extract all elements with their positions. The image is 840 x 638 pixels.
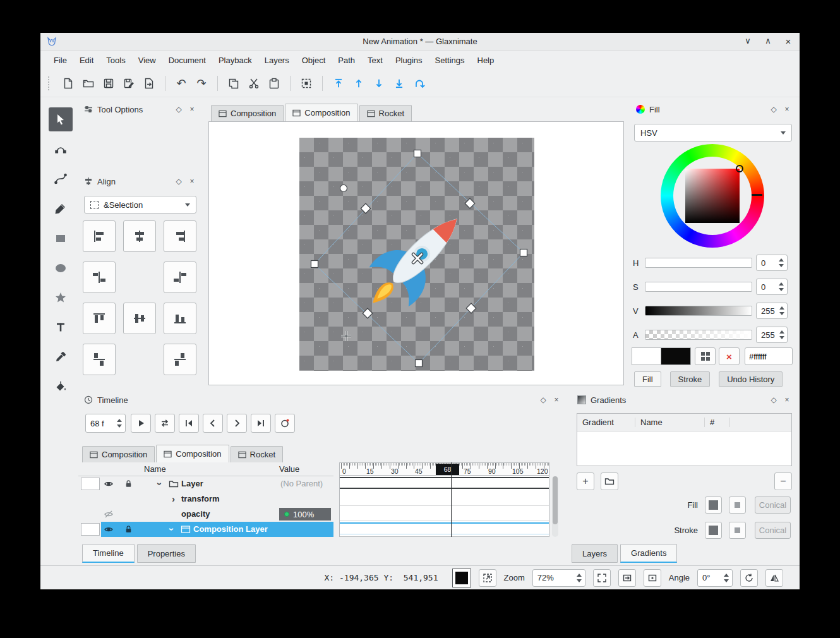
canvas-tab-rocket[interactable]: Rocket bbox=[359, 105, 412, 121]
float-panel-button[interactable]: ◇ bbox=[539, 396, 548, 404]
spin-arrows[interactable] bbox=[575, 570, 585, 586]
spin-arrows[interactable] bbox=[116, 414, 125, 432]
palette-button[interactable] bbox=[695, 347, 716, 365]
timeline-row-opacity[interactable]: opacity 100% bbox=[78, 507, 333, 522]
timeline-track-rows[interactable] bbox=[339, 476, 549, 537]
stroke-conical-button[interactable]: Conical bbox=[755, 522, 791, 539]
text-tool[interactable] bbox=[49, 315, 73, 339]
close-panel-button[interactable]: × bbox=[783, 396, 791, 404]
paste-button[interactable] bbox=[264, 74, 284, 93]
redo-button[interactable]: ↷ bbox=[191, 74, 212, 93]
timeline-tab-rocket[interactable]: Rocket bbox=[231, 446, 283, 462]
lock-icon[interactable] bbox=[124, 524, 133, 534]
record-keyframes-button[interactable] bbox=[275, 414, 295, 433]
edge-handle-sw[interactable] bbox=[363, 308, 373, 318]
menu-edit[interactable]: Edit bbox=[74, 53, 99, 68]
align-right-button[interactable] bbox=[164, 220, 196, 252]
zoom-fit-button[interactable] bbox=[593, 569, 611, 587]
hue-wheel[interactable] bbox=[661, 144, 764, 248]
toolbar-handle[interactable] bbox=[48, 76, 53, 90]
composition-layer-span-bar[interactable] bbox=[340, 522, 549, 534]
color-space-select[interactable]: HSV bbox=[634, 124, 792, 141]
visibility-icon[interactable] bbox=[104, 524, 114, 534]
stroke-gradient-swatch[interactable] bbox=[705, 522, 722, 539]
frame-spinbox[interactable]: 68 f bbox=[85, 414, 126, 433]
timeline-row-layer[interactable]: › Layer (No Parent) bbox=[78, 476, 333, 491]
timeline-row-transform[interactable]: › transform bbox=[78, 491, 333, 507]
float-panel-button[interactable]: ◇ bbox=[769, 396, 778, 404]
menu-tools[interactable]: Tools bbox=[100, 53, 131, 68]
menu-text[interactable]: Text bbox=[362, 53, 388, 68]
select-all-button[interactable] bbox=[296, 74, 316, 93]
save-as-button[interactable] bbox=[119, 74, 139, 93]
save-button[interactable] bbox=[99, 74, 119, 93]
menu-layers[interactable]: Layers bbox=[259, 53, 295, 68]
menu-playback[interactable]: Playback bbox=[213, 53, 258, 68]
dock-tab-timeline[interactable]: Timeline bbox=[82, 544, 135, 563]
loop-button[interactable] bbox=[155, 414, 175, 433]
alpha-slider[interactable] bbox=[645, 330, 752, 340]
expander-icon[interactable]: › bbox=[153, 483, 166, 486]
close-panel-button[interactable]: × bbox=[188, 105, 196, 113]
layer-raise-button[interactable] bbox=[349, 74, 369, 93]
add-gradient-button[interactable]: + bbox=[577, 472, 594, 490]
fill-radial-swatch[interactable] bbox=[729, 497, 746, 514]
tab-stroke[interactable]: Stroke bbox=[670, 371, 711, 387]
timeline-tab-composition-2[interactable]: Composition bbox=[156, 445, 229, 462]
menu-object[interactable]: Object bbox=[296, 53, 332, 68]
spin-arrows[interactable] bbox=[723, 570, 732, 586]
scale-handle-top[interactable] bbox=[414, 150, 421, 157]
lock-icon[interactable] bbox=[124, 479, 133, 489]
close-panel-button[interactable]: × bbox=[552, 396, 561, 404]
value-slider[interactable] bbox=[645, 306, 752, 316]
menu-settings[interactable]: Settings bbox=[429, 53, 471, 68]
angle-spinbox[interactable]: 0° bbox=[697, 569, 733, 587]
ellipse-tool[interactable] bbox=[49, 256, 73, 280]
scale-handle-right[interactable] bbox=[520, 250, 527, 256]
tab-fill[interactable]: Fill bbox=[634, 371, 661, 387]
zoom-spinbox[interactable]: 72% bbox=[532, 569, 585, 587]
open-file-button[interactable] bbox=[78, 74, 99, 93]
dock-tab-layers[interactable]: Layers bbox=[572, 544, 618, 563]
playhead[interactable] bbox=[451, 462, 452, 537]
anchor-handle[interactable] bbox=[341, 331, 351, 341]
scale-handle-bottom[interactable] bbox=[416, 360, 423, 367]
gradients-table[interactable]: Gradient Name # bbox=[577, 413, 792, 466]
previous-frame-button[interactable] bbox=[203, 414, 223, 433]
canvas-tab-composition-1[interactable]: Composition bbox=[211, 105, 284, 121]
color-picker-tool[interactable] bbox=[49, 345, 73, 369]
float-panel-button[interactable]: ◇ bbox=[174, 105, 183, 113]
layer-lower-button[interactable] bbox=[369, 74, 389, 93]
layer-lower-to-bottom-button[interactable] bbox=[389, 74, 409, 93]
hue-spinbox[interactable]: 0 bbox=[756, 255, 788, 271]
timeline-ruler[interactable]: 0 15 30 45 68 75 90 105 120 bbox=[339, 462, 549, 476]
float-panel-button[interactable]: ◇ bbox=[174, 178, 183, 185]
close-panel-button[interactable]: × bbox=[783, 105, 791, 113]
zoom-canvas-button[interactable] bbox=[618, 569, 636, 587]
visibility-icon[interactable] bbox=[104, 479, 114, 489]
window-close-button[interactable]: × bbox=[783, 36, 793, 47]
go-to-end-button[interactable] bbox=[251, 414, 271, 433]
menu-help[interactable]: Help bbox=[472, 53, 500, 68]
window-maximize-button[interactable]: ∧ bbox=[763, 36, 773, 47]
opacity-value-badge[interactable]: 100% bbox=[279, 508, 331, 521]
spin-arrows[interactable] bbox=[777, 279, 787, 294]
color-preview-secondary[interactable] bbox=[661, 347, 691, 365]
canvas-tab-composition-2[interactable]: Composition bbox=[285, 104, 357, 121]
timeline-tracks-area[interactable]: 0 15 30 45 68 75 90 105 120 bbox=[339, 462, 549, 537]
row-header-cell[interactable] bbox=[81, 478, 100, 490]
layer-span-bar[interactable] bbox=[340, 477, 549, 489]
timeline-scrollbar[interactable] bbox=[552, 476, 558, 537]
close-panel-button[interactable]: × bbox=[188, 178, 196, 185]
align-vcenter-button[interactable] bbox=[123, 303, 156, 334]
menu-file[interactable]: File bbox=[48, 53, 73, 68]
float-panel-button[interactable]: ◇ bbox=[769, 105, 778, 113]
spin-arrows[interactable] bbox=[779, 303, 787, 318]
fill-gradient-swatch[interactable] bbox=[705, 497, 722, 514]
reset-rotation-button[interactable] bbox=[740, 569, 758, 587]
edit-nodes-tool[interactable] bbox=[49, 137, 73, 161]
copy-button[interactable] bbox=[224, 74, 244, 93]
undo-button[interactable]: ↶ bbox=[171, 74, 191, 93]
align-left-button[interactable] bbox=[83, 220, 116, 252]
scale-handle-left[interactable] bbox=[311, 261, 318, 268]
